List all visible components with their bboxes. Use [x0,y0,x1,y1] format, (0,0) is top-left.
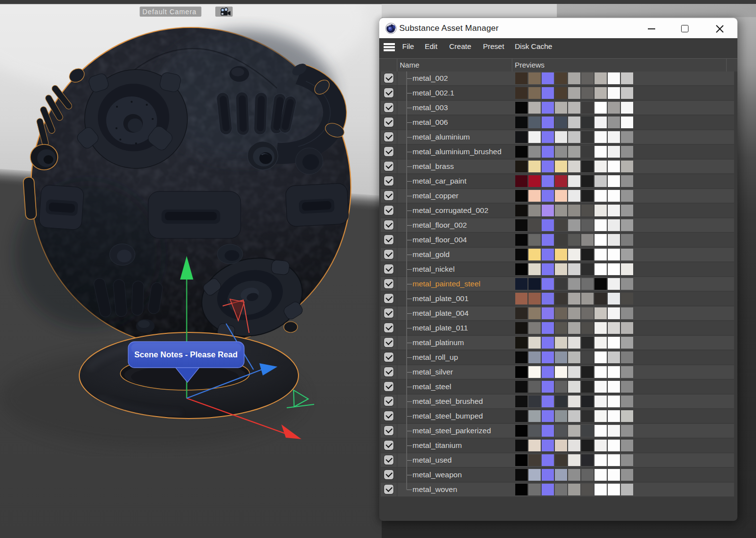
svg-text:Default Camera: Default Camera [142,8,197,16]
svg-text:Scene Notes - Please Read: Scene Notes - Please Read [135,350,238,359]
